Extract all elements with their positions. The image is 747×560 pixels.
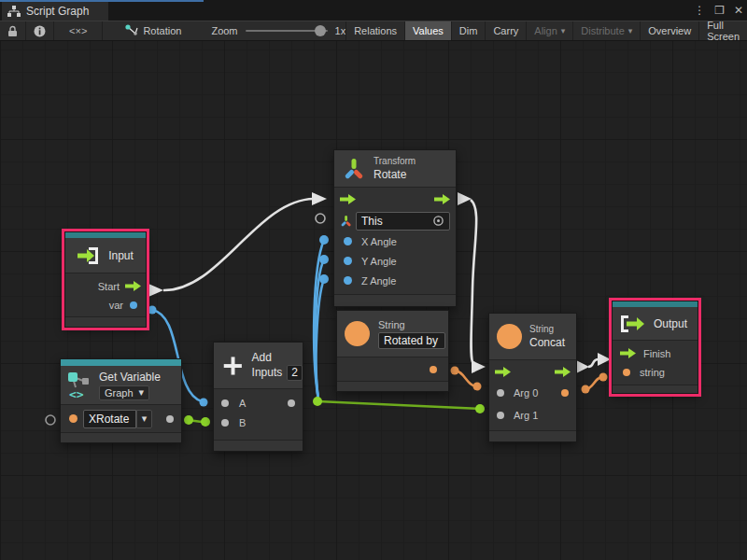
zoom-control: Zoom 1x (211, 21, 345, 40)
node-transform-rotate[interactable]: Transform Rotate This (333, 149, 457, 307)
node-footer (61, 432, 181, 442)
value-in-port[interactable] (623, 369, 630, 376)
flow-row[interactable] (489, 360, 576, 383)
window-menu-icon[interactable]: ⋮ (694, 4, 705, 17)
carry-button[interactable]: Carry (486, 21, 527, 40)
add-icon (222, 354, 244, 378)
variable-name-field[interactable]: XRotate (83, 410, 136, 428)
graph-pointer-icon (125, 24, 138, 37)
close-icon[interactable]: ✕ (734, 4, 743, 17)
port-label: Y Angle (361, 256, 397, 267)
port-row-arg1[interactable]: Arg 1 (489, 403, 576, 427)
port-row-finish[interactable]: Finish (613, 343, 698, 363)
flow-in-port[interactable] (340, 194, 356, 204)
node-title: Input (108, 249, 134, 262)
relations-button[interactable]: Relations (346, 21, 405, 40)
tab-bar: Script Graph ⋮ ❒ ✕ (0, 0, 747, 21)
port-row-a[interactable]: A (214, 393, 303, 413)
port-row-y-angle[interactable]: Y Angle (334, 251, 456, 271)
lock-button[interactable] (0, 21, 26, 40)
port-row-var[interactable]: var (65, 296, 146, 314)
node-get-variable[interactable]: <> Get Variable Graph ▾ XRotate ▾ (60, 358, 182, 443)
port-label: B (239, 417, 246, 428)
value-in-port[interactable] (221, 399, 229, 407)
value-out-port[interactable] (430, 366, 437, 373)
graph-context-rotation[interactable]: Rotation (116, 21, 190, 40)
value-in-port[interactable] (344, 276, 352, 285)
align-dropdown[interactable]: Align▾ (527, 21, 573, 40)
flow-row[interactable] (334, 188, 456, 210)
chevron-down-icon: ▾ (628, 26, 633, 35)
port-row-b[interactable]: B (214, 413, 303, 432)
value-in-port[interactable] (221, 419, 229, 427)
value-in-port[interactable] (344, 257, 352, 265)
flow-out-port[interactable] (125, 281, 141, 291)
rotation-label: Rotation (143, 25, 181, 36)
full-screen-button[interactable]: Full Screen (699, 21, 747, 40)
output-event-icon (620, 315, 646, 333)
zoom-slider[interactable] (246, 30, 328, 32)
port-label: var (109, 300, 123, 311)
node-string-concat[interactable]: String Concat Arg 0 Arg 1 (488, 313, 577, 442)
value-in-port[interactable] (344, 237, 352, 245)
string-value-field[interactable]: Rotated by (378, 332, 445, 349)
port-label: A (239, 398, 246, 409)
info-button[interactable] (26, 21, 54, 40)
this-row: This (334, 210, 456, 231)
string-type-icon (345, 321, 370, 346)
zoom-slider-handle[interactable] (315, 25, 326, 36)
value-in-port[interactable] (497, 412, 504, 419)
this-object-field[interactable]: This (356, 212, 450, 231)
node-output[interactable]: Output Finish string (612, 301, 698, 394)
zoom-label: Zoom (211, 25, 237, 36)
chevron-down-icon: ▾ (138, 386, 144, 399)
flow-in-port[interactable] (495, 367, 511, 377)
output-row[interactable] (337, 357, 448, 381)
dim-button[interactable]: Dim (452, 21, 486, 40)
svg-text:<>: <> (69, 387, 84, 399)
node-add[interactable]: Add Inputs 2 A B (213, 342, 303, 452)
value-out-port[interactable] (561, 389, 569, 397)
zoom-to-fit-icon: <×> (69, 25, 87, 36)
node-footer (489, 430, 576, 441)
object-picker-icon[interactable] (432, 215, 444, 227)
value-out-port[interactable] (166, 415, 174, 423)
node-title: Rotate (374, 168, 416, 181)
flow-in-port[interactable] (620, 348, 636, 358)
flow-out-port[interactable] (555, 367, 571, 377)
chevron-down-icon: ▾ (561, 26, 566, 35)
distribute-dropdown[interactable]: Distribute▾ (573, 21, 641, 40)
node-category: String (529, 324, 565, 334)
tab-title: Script Graph (26, 5, 89, 18)
script-graph-window: Script Graph ⋮ ❒ ✕ <×> (0, 0, 747, 560)
port-row-arg0[interactable]: Arg 0 (489, 383, 576, 403)
graph-icon (7, 6, 21, 18)
tab-script-graph[interactable]: Script Graph (2, 2, 108, 21)
value-in-port[interactable] (69, 414, 78, 423)
inputs-count-field[interactable]: 2 (287, 365, 303, 381)
overview-button[interactable]: Overview (641, 21, 699, 40)
port-row-start[interactable]: Start (65, 276, 146, 296)
zoom-to-fit-button[interactable]: <×> (54, 21, 103, 40)
value-out-port[interactable] (130, 301, 137, 309)
flow-out-port[interactable] (434, 194, 450, 204)
port-row-z-angle[interactable]: Z Angle (334, 271, 456, 290)
info-icon (34, 25, 46, 37)
port-row-x-angle[interactable]: X Angle (334, 231, 456, 251)
node-footer (613, 385, 698, 393)
value-in-port[interactable] (497, 389, 504, 397)
node-input[interactable]: Input Start var (64, 231, 147, 328)
node-string-literal[interactable]: String Rotated by (336, 310, 449, 392)
node-title: Get Variable (99, 371, 161, 384)
zoom-value: 1x (335, 25, 346, 36)
maximize-icon[interactable]: ❒ (714, 4, 725, 17)
variable-scope-dropdown[interactable]: Graph ▾ (99, 385, 149, 400)
node-footer (337, 381, 448, 391)
value-out-port[interactable] (288, 399, 295, 407)
lock-icon (7, 25, 18, 37)
node-footer (65, 316, 146, 327)
port-row-string[interactable]: string (613, 363, 698, 381)
values-button[interactable]: Values (405, 21, 452, 40)
variable-picker-dropdown[interactable]: ▾ (136, 410, 152, 428)
node-title-line1: Add (252, 351, 303, 364)
